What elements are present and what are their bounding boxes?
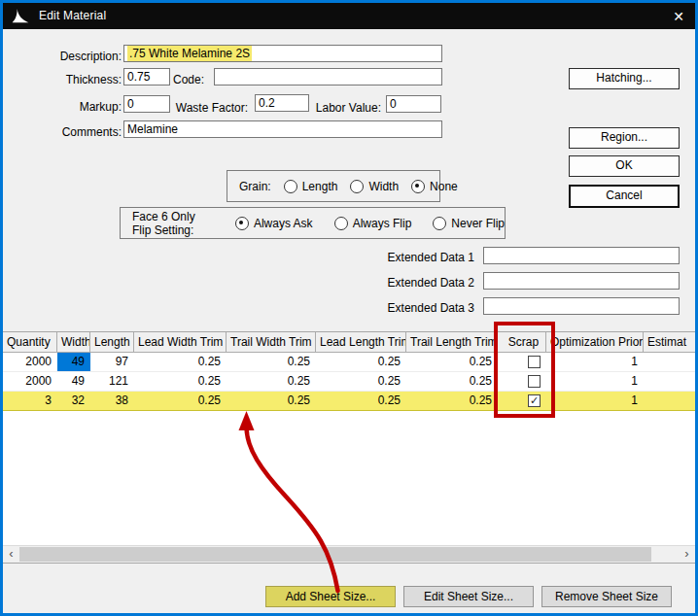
waste-factor-label: Waste Factor:: [163, 101, 248, 115]
thickness-label: Thickness:: [5, 73, 122, 86]
title-bar: Edit Material ✕: [2, 2, 696, 29]
description-field[interactable]: .75 White Melamine 2S: [123, 45, 442, 62]
radio-icon: [334, 217, 348, 230]
edit-sheet-size-button[interactable]: Edit Sheet Size...: [403, 586, 534, 607]
col-header-optimization-priority[interactable]: Optimization Priority: [546, 332, 644, 353]
face6-radio-always-ask[interactable]: Always Ask: [235, 217, 313, 230]
radio-icon: [350, 180, 364, 193]
radio-icon: [235, 217, 249, 230]
code-field[interactable]: [214, 68, 442, 86]
labor-value-field[interactable]: 0: [386, 95, 441, 113]
scrollbar-thumb[interactable]: [19, 547, 651, 562]
scrap-checkbox[interactable]: [528, 356, 541, 368]
col-header-lead-width-trim[interactable]: Lead Width Trim: [134, 332, 227, 353]
table-header-row: Quantity Width Length Lead Width Trim Tr…: [3, 332, 696, 353]
description-label: Description:: [5, 50, 122, 63]
extended-data-3-label: Extended Data 3: [360, 301, 474, 315]
scroll-right-arrow-icon[interactable]: ›: [679, 546, 695, 563]
radio-icon: [411, 180, 425, 193]
face6-label: Face 6 Only Flip Setting:: [132, 210, 214, 237]
waste-factor-field[interactable]: 0.2: [255, 94, 309, 112]
extended-data-1-label: Extended Data 1: [360, 251, 474, 264]
col-header-trail-width-trim[interactable]: Trail Width Trim: [227, 332, 316, 353]
description-value: .75 White Melamine 2S: [127, 46, 252, 61]
app-logo-icon: [11, 8, 30, 24]
grain-radio-none[interactable]: None: [411, 180, 458, 193]
face6-radio-never-flip[interactable]: Never Flip: [433, 217, 505, 230]
extended-data-1-field[interactable]: [483, 247, 680, 264]
extended-data-2-label: Extended Data 2: [360, 276, 474, 290]
markup-label: Markup:: [5, 100, 122, 114]
extended-data-3-field[interactable]: [483, 297, 680, 315]
grain-radio-width[interactable]: Width: [350, 180, 399, 193]
code-label: Code:: [156, 73, 204, 86]
face6-radio-always-flip[interactable]: Always Flip: [334, 217, 412, 230]
table-row[interactable]: 2000 49 121 0.25 0.25 0.25 0.25 1: [3, 372, 696, 392]
grain-radio-length[interactable]: Length: [284, 180, 338, 193]
face6-group: Face 6 Only Flip Setting: Always Ask Alw…: [120, 207, 506, 239]
col-header-length[interactable]: Length: [90, 332, 134, 353]
radio-icon: [433, 217, 446, 230]
col-header-width[interactable]: Width: [57, 332, 90, 353]
region-button[interactable]: Region...: [569, 127, 680, 149]
comments-field[interactable]: Melamine: [123, 120, 442, 138]
remove-sheet-size-button[interactable]: Remove Sheet Size: [541, 586, 672, 607]
sheet-size-table: Quantity Width Length Lead Width Trim Tr…: [2, 331, 696, 564]
edit-material-dialog: Edit Material ✕ Description: .75 White M…: [0, 0, 698, 616]
comments-label: Comments:: [5, 125, 122, 139]
col-header-trail-length-trim[interactable]: Trail Length Trim: [406, 332, 498, 353]
scroll-left-arrow-icon[interactable]: ‹: [3, 546, 19, 563]
grain-group: Grain: Length Width None: [227, 170, 440, 202]
scrap-checkbox-checked[interactable]: ✓: [528, 394, 541, 407]
horizontal-scrollbar[interactable]: ‹ ›: [3, 545, 695, 563]
add-sheet-size-button[interactable]: Add Sheet Size...: [265, 586, 396, 607]
extended-data-2-field[interactable]: [483, 272, 680, 290]
ok-button[interactable]: OK: [569, 155, 680, 177]
hatching-button[interactable]: Hatching...: [569, 68, 680, 89]
col-header-estimated[interactable]: Estimat: [644, 332, 696, 353]
window-title: Edit Material: [39, 9, 106, 22]
table-row-highlighted[interactable]: 3 32 38 0.25 0.25 0.25 0.25 ✓ 1: [3, 392, 696, 411]
cancel-button[interactable]: Cancel: [569, 185, 680, 208]
labor-value-label: Labor Value:: [311, 101, 381, 115]
col-header-lead-length-trim[interactable]: Lead Length Trim: [316, 332, 406, 353]
close-icon[interactable]: ✕: [673, 9, 684, 24]
scrap-checkbox[interactable]: [528, 375, 541, 388]
col-header-scrap[interactable]: Scrap: [498, 332, 546, 353]
radio-icon: [284, 180, 297, 193]
grain-label: Grain:: [239, 180, 271, 193]
table-row[interactable]: 2000 49 97 0.25 0.25 0.25 0.25 1: [3, 353, 696, 372]
selected-cell[interactable]: 49: [57, 353, 90, 372]
col-header-quantity[interactable]: Quantity: [3, 332, 57, 353]
